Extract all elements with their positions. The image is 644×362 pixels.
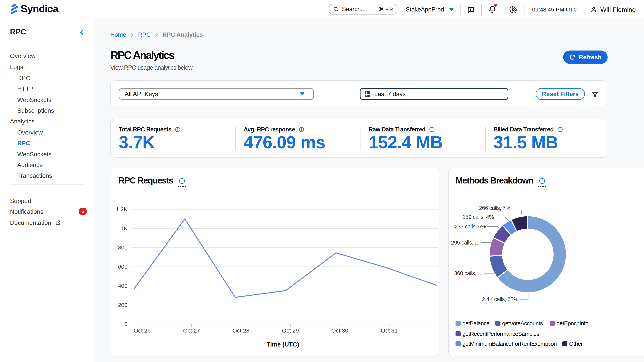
svg-text:600: 600 <box>118 263 128 270</box>
svg-text:Time (UTC): Time (UTC) <box>266 341 299 348</box>
svg-text:1.2K: 1.2K <box>116 206 128 212</box>
svg-text:266 calls, 7%: 266 calls, 7% <box>479 205 510 211</box>
svg-text:400: 400 <box>118 283 128 289</box>
svg-text:200: 200 <box>118 302 128 308</box>
svg-text:159 calls, 4%: 159 calls, 4% <box>462 214 494 220</box>
svg-text:Oct 27: Oct 27 <box>183 327 200 334</box>
svg-text:295 calls, …: 295 calls, … <box>451 240 480 246</box>
svg-text:Oct 28: Oct 28 <box>232 327 250 334</box>
svg-text:Other: Other <box>569 341 583 347</box>
svg-text:1K: 1K <box>120 225 128 231</box>
svg-text:getBalance: getBalance <box>462 320 490 326</box>
svg-text:Oct 26: Oct 26 <box>134 327 150 334</box>
svg-text:getEpochInfo: getEpochInfo <box>557 320 588 326</box>
svg-text:800: 800 <box>118 244 128 251</box>
svg-text:getRecentPerformanceSamples: getRecentPerformanceSamples <box>462 331 539 337</box>
svg-text:360 calls, …: 360 calls, … <box>454 270 483 276</box>
svg-text:getVoteAccounts: getVoteAccounts <box>502 320 543 326</box>
svg-text:0: 0 <box>124 321 128 327</box>
svg-text:Oct 30: Oct 30 <box>332 327 348 334</box>
svg-text:237 calls, 6%: 237 calls, 6% <box>455 223 486 230</box>
svg-text:Oct 31: Oct 31 <box>381 327 398 334</box>
svg-text:Oct 29: Oct 29 <box>282 327 299 334</box>
svg-text:getMinimumBalanceForRentExempt: getMinimumBalanceForRentExemption <box>462 341 557 347</box>
svg-text:2.4K calls, 65%: 2.4K calls, 65% <box>482 296 518 302</box>
